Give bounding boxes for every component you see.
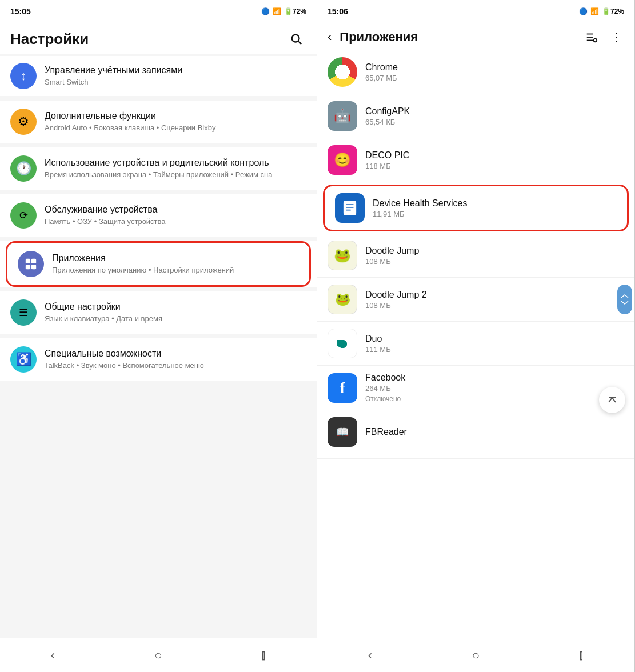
- svg-rect-5: [31, 265, 36, 269]
- settings-title: Настройки: [10, 30, 89, 48]
- maintenance-subtitle: Память • ОЗУ • Защита устройства: [45, 217, 306, 227]
- accessibility-icon: ♿: [10, 346, 37, 373]
- maintenance-title: Обслуживание устройства: [45, 204, 306, 216]
- settings-section-apps: Приложения Приложения по умолчанию • Нас…: [0, 241, 317, 287]
- left-phone: 15:05 🔵 📶 🔋72% Настройки ↕ Управлен: [0, 0, 317, 672]
- accessibility-title: Специальные возможности: [45, 348, 306, 360]
- doodle2-icon: 🐸: [328, 285, 357, 314]
- svg-line-1: [298, 41, 301, 44]
- maintenance-icon: ⟳: [10, 202, 37, 229]
- svg-rect-2: [26, 259, 30, 263]
- settings-item-maintenance[interactable]: ⟳ Обслуживание устройства Память • ОЗУ •…: [0, 194, 317, 237]
- settings-item-smart-switch[interactable]: ↕ Управление учётными записями Smart Swi…: [0, 56, 317, 96]
- apps-title: Приложения: [52, 253, 299, 265]
- left-status-icons: 🔵 📶 🔋72%: [261, 7, 306, 15]
- settings-item-general[interactable]: ☰ Общие настройки Язык и клавиатура • Да…: [0, 291, 317, 334]
- app-item-facebook[interactable]: f Facebook 264 МБ Отключено: [317, 366, 634, 410]
- configapk-name: ConfigAPK: [365, 106, 624, 117]
- general-title: Общие настройки: [45, 301, 306, 313]
- settings-section-accessibility: ♿ Специальные возможности TalkBack • Зву…: [0, 338, 317, 381]
- settings-item-usage[interactable]: 🕐 Использование устройства и родительски…: [0, 147, 317, 190]
- app-list: Chrome 65,07 МБ 🤖 ConfigAPK 65,54 КБ 😊 D…: [317, 50, 634, 638]
- left-bottom-nav: ‹ ○ ⫿: [0, 638, 317, 672]
- left-home-button[interactable]: ○: [144, 644, 173, 667]
- doodle-size: 108 МБ: [365, 257, 624, 266]
- apps-subtitle: Приложения по умолчанию • Настройки прил…: [52, 266, 299, 275]
- accessibility-text: Специальные возможности TalkBack • Звук …: [45, 348, 306, 371]
- doodle2-name: Doodle Jump 2: [365, 290, 624, 300]
- settings-item-apps[interactable]: Приложения Приложения по умолчанию • Нас…: [6, 241, 311, 287]
- settings-search-button[interactable]: [286, 29, 306, 49]
- facebook-info: Facebook 264 МБ Отключено: [365, 373, 624, 403]
- more-options-button[interactable]: ⋮: [607, 27, 626, 47]
- left-back-button[interactable]: ‹: [38, 644, 67, 667]
- settings-section-accounts: ↕ Управление учётными записями Smart Swi…: [0, 56, 317, 96]
- deco-size: 118 МБ: [365, 162, 624, 170]
- facebook-size: 264 МБ: [365, 384, 624, 393]
- scroll-to-top-container: [599, 387, 625, 413]
- configapk-info: ConfigAPK 65,54 КБ: [365, 106, 624, 126]
- usage-title: Использование устройства и родительский …: [45, 157, 306, 169]
- device-health-icon: [335, 193, 365, 223]
- advanced-subtitle: Android Auto • Боковая клавиша • Сценари…: [45, 123, 306, 133]
- left-recent-button[interactable]: ⫿: [250, 644, 278, 667]
- usage-subtitle: Время использования экрана • Таймеры при…: [45, 170, 306, 180]
- app-item-device-health[interactable]: Device Health Services 11,91 МБ: [323, 185, 629, 231]
- smart-switch-icon: ↕: [10, 63, 37, 89]
- deco-icon: 😊: [328, 145, 357, 175]
- advanced-title: Дополнительные функции: [45, 110, 306, 122]
- right-wifi-icon: 📶: [590, 7, 599, 15]
- settings-item-accessibility[interactable]: ♿ Специальные возможности TalkBack • Зву…: [0, 338, 317, 381]
- filter-search-button[interactable]: [582, 27, 601, 47]
- app-item-configapk[interactable]: 🤖 ConfigAPK 65,54 КБ: [317, 94, 634, 138]
- settings-section-usage: 🕐 Использование устройства и родительски…: [0, 147, 317, 190]
- smart-switch-text: Управление учётными записями Smart Switc…: [45, 65, 306, 87]
- app-list-header: ‹ Приложения ⋮: [317, 23, 634, 50]
- chrome-size: 65,07 МБ: [365, 74, 624, 82]
- app-item-doodle2[interactable]: 🐸 Doodle Jump 2 108 МБ: [317, 278, 634, 322]
- settings-content: ↕ Управление учётными записями Smart Swi…: [0, 54, 317, 638]
- doodle-icon: 🐸: [328, 241, 357, 270]
- right-status-icons: 🔵 📶 🔋72%: [579, 7, 624, 15]
- chrome-icon: [328, 57, 357, 87]
- right-recent-button[interactable]: ⫿: [568, 644, 596, 667]
- apps-text: Приложения Приложения по умолчанию • Нас…: [52, 253, 299, 275]
- accessibility-subtitle: TalkBack • Звук моно • Вспомогательное м…: [45, 361, 306, 371]
- right-home-button[interactable]: ○: [462, 644, 490, 667]
- fbreader-info: FBReader: [365, 427, 624, 437]
- duo-name: Duo: [365, 334, 624, 344]
- battery-icon: 🔋72%: [284, 7, 306, 15]
- right-status-bar: 15:06 🔵 📶 🔋72%: [317, 0, 634, 23]
- settings-item-advanced[interactable]: ⚙ Дополнительные функции Android Auto • …: [0, 101, 317, 143]
- facebook-disabled-badge: Отключено: [365, 395, 624, 403]
- facebook-name: Facebook: [365, 373, 624, 383]
- app-item-fbreader[interactable]: 📖 FBReader: [317, 410, 634, 459]
- right-time: 15:06: [328, 7, 348, 16]
- general-icon: ☰: [10, 299, 37, 326]
- facebook-icon: f: [328, 373, 357, 403]
- right-back-button[interactable]: ‹: [356, 644, 385, 667]
- usage-icon: 🕐: [10, 155, 37, 182]
- settings-section-general: ☰ Общие настройки Язык и клавиатура • Да…: [0, 291, 317, 334]
- svg-rect-3: [31, 259, 36, 263]
- app-item-doodle[interactable]: 🐸 Doodle Jump 108 МБ: [317, 234, 634, 278]
- chrome-name: Chrome: [365, 62, 624, 73]
- app-item-deco[interactable]: 😊 DECO PIC 118 МБ: [317, 138, 634, 182]
- scroll-to-top-button[interactable]: [599, 387, 625, 413]
- doodle-info: Doodle Jump 108 МБ: [365, 246, 624, 266]
- svg-point-0: [292, 35, 299, 42]
- right-battery-icon: 🔋72%: [602, 7, 624, 15]
- scroll-indicator[interactable]: [617, 285, 632, 314]
- right-phone: 15:06 🔵 📶 🔋72% ‹ Приложения ⋮: [317, 0, 635, 672]
- doodle2-size: 108 МБ: [365, 301, 624, 310]
- duo-icon: [328, 329, 357, 358]
- left-status-bar: 15:05 🔵 📶 🔋72%: [0, 0, 317, 23]
- fbreader-icon: 📖: [328, 417, 357, 447]
- duo-info: Duo 111 МБ: [365, 334, 624, 354]
- apps-back-button[interactable]: ‹: [325, 27, 334, 47]
- app-item-chrome[interactable]: Chrome 65,07 МБ: [317, 50, 634, 94]
- advanced-text: Дополнительные функции Android Auto • Бо…: [45, 110, 306, 133]
- bluetooth-icon: 🔵: [261, 7, 270, 15]
- left-header: Настройки: [0, 23, 317, 54]
- app-item-duo[interactable]: Duo 111 МБ: [317, 322, 634, 366]
